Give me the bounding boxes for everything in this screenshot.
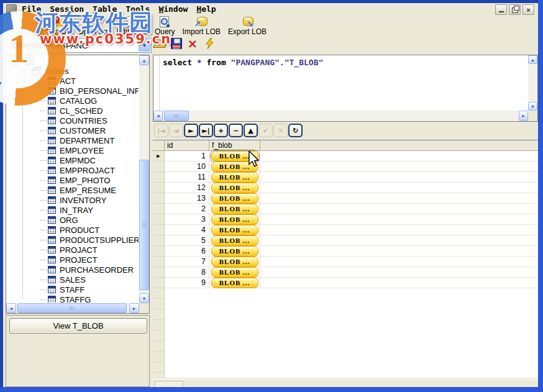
menu-item[interactable]: Help — [196, 4, 216, 14]
tree-table-item[interactable]: EMPMDC — [7, 155, 139, 165]
menu-item[interactable]: Window — [158, 4, 188, 14]
grid-row[interactable]: ► 13 BLOB ... — [153, 193, 538, 204]
menu-item[interactable]: Tools — [125, 4, 150, 14]
grid-cell-id[interactable]: 3 — [165, 214, 209, 225]
grid-row[interactable]: ► 1 BLOB ... — [153, 151, 538, 162]
sql-statement[interactable]: select * from "PANGPANG"."T_BLOB" — [163, 58, 323, 67]
toolbar-button[interactable]: Edit Data — [115, 15, 149, 37]
grid-row[interactable]: ► 2 BLOB ... — [153, 204, 538, 214]
blob-button[interactable]: BLOB ... — [211, 214, 258, 225]
scroll-up-icon[interactable]: ▲ — [528, 55, 537, 64]
toolbar-button[interactable]: Log Off — [44, 15, 72, 37]
scrollbar-track[interactable] — [528, 64, 537, 102]
tree-table-item[interactable]: STAFF — [7, 285, 139, 294]
scrollbar-thumb[interactable] — [139, 160, 149, 290]
nav-button[interactable]: ▲ — [244, 124, 258, 137]
blob-button[interactable]: BLOB ... — [211, 204, 258, 214]
grid-cell-id[interactable]: 12 — [165, 183, 209, 193]
blob-button[interactable]: BLOB ... — [211, 193, 258, 204]
tree-table-item[interactable]: CUSTOMER — [7, 125, 139, 135]
view-table-button[interactable]: View T_BLOB — [9, 318, 147, 334]
scrollbar-track[interactable] — [163, 111, 519, 121]
tree-table-item[interactable]: PRODUCTSUPPLIER — [7, 235, 139, 245]
tree-table-item[interactable]: EMP_RESUME — [7, 185, 139, 195]
grid-cell-id[interactable]: 7 — [165, 257, 209, 267]
collapse-icon[interactable] — [11, 58, 18, 65]
grid-row[interactable]: ► 5 BLOB ... — [153, 235, 538, 246]
grid-cell-id[interactable]: 4 — [165, 225, 209, 235]
save-icon[interactable] — [171, 38, 182, 49]
grid-row[interactable]: ► 12 BLOB ... — [153, 183, 538, 193]
chevron-down-icon[interactable]: ▼ — [139, 39, 150, 52]
tree-table-item[interactable]: BIO_PERSONAL_INFO_T — [7, 86, 139, 96]
grid-column-header-fblob[interactable]: f_blob — [209, 140, 260, 151]
blob-button[interactable]: BLOB ... — [211, 278, 258, 288]
blob-button[interactable]: BLOB ... — [211, 257, 258, 267]
tree-table-item[interactable]: EMPPROJACT — [7, 165, 139, 175]
grid-cell-id[interactable]: 9 — [165, 278, 209, 288]
toolbar-button[interactable]: Open Sql — [76, 15, 111, 37]
tree-table-item[interactable]: EMPLOYEE — [7, 145, 139, 155]
blob-button[interactable]: BLOB ... — [211, 151, 258, 162]
scroll-right-icon[interactable]: ► — [519, 111, 528, 121]
nav-button[interactable]: |◄ — [154, 124, 168, 137]
blob-button[interactable]: BLOB ... — [211, 246, 258, 257]
clear-icon[interactable]: × — [186, 37, 199, 50]
blob-button[interactable]: BLOB ... — [211, 235, 258, 246]
grid-cell-id[interactable]: 2 — [165, 204, 209, 214]
toolbar-button[interactable]: Query — [153, 15, 177, 37]
tree-vertical-scrollbar[interactable]: ▲ ▼ — [139, 55, 149, 303]
scrollbar-thumb[interactable] — [164, 111, 189, 121]
tree-root-node[interactable] — [7, 56, 139, 66]
grid-row[interactable]: ► 4 BLOB ... — [153, 225, 538, 235]
tree-table-item[interactable]: CL_SCHED — [7, 106, 139, 116]
close-button[interactable]: × — [522, 4, 534, 15]
schema-combobox[interactable]: PANGPANG ▼ — [40, 38, 152, 53]
nav-button[interactable]: ✕ — [273, 124, 288, 137]
minimize-button[interactable] — [495, 4, 507, 15]
blob-button[interactable]: BLOB ... — [211, 225, 258, 235]
tree-table-item[interactable]: ACT — [7, 76, 139, 86]
tree-tables-node[interactable]: Tables — [7, 66, 139, 76]
grid-cell-id[interactable]: 11 — [165, 172, 209, 183]
editor-horizontal-scrollbar[interactable]: ◄ ► — [153, 111, 528, 121]
scrollbar-thumb[interactable] — [17, 303, 127, 313]
grid-cell-id[interactable]: 10 — [165, 162, 209, 172]
grid-row[interactable]: ► 11 BLOB ... — [153, 172, 538, 183]
menu-item[interactable]: File — [22, 4, 41, 14]
scroll-down-icon[interactable]: ▼ — [528, 102, 537, 111]
tree-table-item[interactable]: STAFFG — [7, 294, 139, 303]
nav-button[interactable]: − — [229, 124, 243, 137]
blob-button[interactable]: BLOB ... — [211, 172, 258, 183]
scroll-left-icon[interactable]: ◄ — [6, 303, 16, 313]
grid-cell-id[interactable]: 8 — [165, 267, 209, 278]
menu-item[interactable]: Session — [50, 4, 84, 14]
tree-table-item[interactable]: PROJECT — [7, 255, 139, 265]
menu-item[interactable]: Table — [93, 4, 117, 14]
tree-horizontal-scrollbar[interactable]: ◄ ► — [6, 303, 139, 313]
toolbar-button[interactable]: Log In — [16, 15, 40, 37]
nav-button[interactable]: + — [214, 124, 228, 137]
tree-table-item[interactable]: PRODUCT — [7, 225, 139, 235]
nav-button[interactable]: ↻ — [288, 124, 303, 137]
grid-row[interactable]: ► 6 BLOB ... — [153, 246, 538, 257]
grid-row[interactable]: ► 8 BLOB ... — [153, 267, 538, 278]
nav-button[interactable]: ► — [184, 124, 198, 137]
tree-table-item[interactable]: ORG — [7, 215, 139, 225]
execute-lightning-icon[interactable] — [203, 37, 216, 50]
tree-table-item[interactable]: DEPARTMENT — [7, 135, 139, 145]
grid-row[interactable]: ► 3 BLOB ... — [153, 214, 538, 225]
scroll-left-icon[interactable]: ◄ — [153, 111, 163, 121]
restore-button[interactable] — [509, 4, 521, 15]
grid-cell-id[interactable]: 5 — [165, 235, 209, 246]
scroll-down-icon[interactable]: ▼ — [139, 293, 149, 303]
nav-button[interactable]: ✔ — [258, 124, 273, 137]
tree-table-item[interactable]: EMP_PHOTO — [7, 175, 139, 185]
collapse-icon[interactable] — [20, 68, 27, 75]
open-file-icon[interactable] — [154, 37, 167, 50]
tree-table-item[interactable]: CATALOG — [7, 96, 139, 106]
tree-table-item[interactable]: IN_TRAY — [7, 205, 139, 215]
scroll-up-icon[interactable]: ▲ — [139, 55, 149, 65]
tree-table-item[interactable]: INVENTORY — [7, 195, 139, 205]
toolbar-button[interactable]: ↘ Export LOB — [226, 15, 268, 37]
